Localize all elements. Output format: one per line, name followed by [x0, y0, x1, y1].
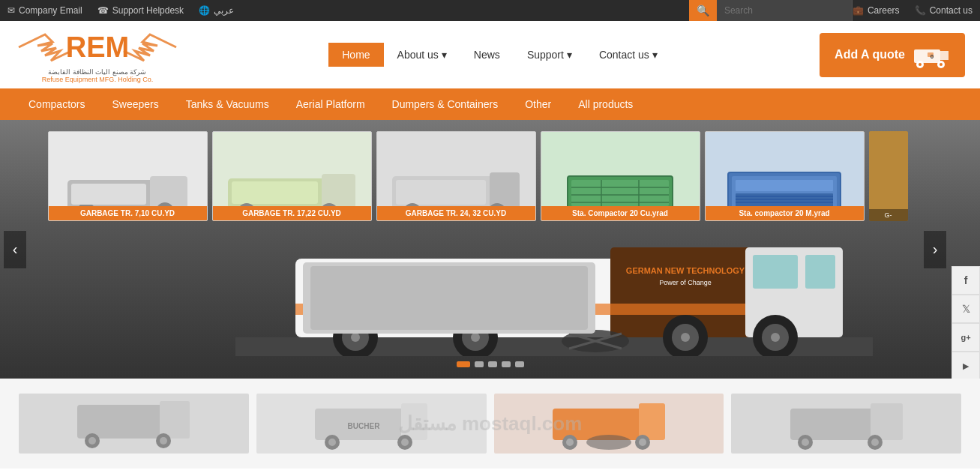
nav-home[interactable]: Home	[328, 43, 383, 67]
dot-4[interactable]	[502, 361, 511, 367]
svg-text:Power of Change: Power of Change	[659, 279, 712, 286]
product-label-3: GARBAGE TR. 24, 32 CU.YD	[377, 206, 535, 220]
svg-rect-79	[401, 403, 427, 440]
svg-text:0: 0	[931, 53, 934, 60]
dropdown-icon2: ▾	[567, 49, 572, 61]
product-card-partial[interactable]: G-	[869, 131, 908, 221]
support-label: Support Helpdesk	[112, 5, 184, 16]
dot-3[interactable]	[488, 361, 497, 367]
svg-rect-44	[232, 181, 318, 204]
arabic-link[interactable]: 🌐 عربي	[199, 5, 234, 16]
dot-1[interactable]	[457, 361, 470, 367]
product-card-3[interactable]: GARBAGE TR. 24, 32 CU.YD	[376, 131, 536, 221]
header: REM شركة مصنع اليات النظافة القابضة Refu…	[0, 21, 980, 88]
svg-point-82	[328, 439, 336, 446]
svg-text:REM: REM	[66, 31, 129, 63]
cat-aerial[interactable]: Aerial Platform	[283, 88, 379, 120]
google-plus-button[interactable]: g+	[952, 323, 980, 352]
email-icon: ✉	[7, 5, 15, 16]
svg-point-97	[871, 439, 879, 446]
svg-rect-86	[639, 403, 665, 440]
svg-rect-16	[805, 255, 835, 289]
svg-rect-34	[310, 266, 588, 330]
cat-dumpers[interactable]: Dumpers & Containers	[379, 88, 512, 120]
top-bar: ✉ Company Email ☎ Support Helpdesk 🌐 عرب…	[0, 0, 980, 21]
svg-point-22	[471, 333, 480, 342]
product-label-4: Sta. Compactor 20 Cu.yrad	[541, 206, 700, 220]
briefcase-icon: 💼	[853, 5, 864, 16]
svg-point-25	[681, 333, 690, 342]
nav-support[interactable]: Support ▾	[514, 43, 586, 67]
svg-point-77	[160, 437, 167, 445]
nav-contact[interactable]: Contact us ▾	[586, 43, 671, 67]
nav-news[interactable]: News	[460, 43, 514, 67]
svg-rect-41	[71, 184, 146, 205]
svg-point-4	[919, 63, 922, 66]
search-button[interactable]: 🔍	[689, 0, 717, 21]
cat-all-products[interactable]: All products	[565, 88, 646, 120]
product-card-5[interactable]: Sta. compactor 20 M.yrad	[705, 131, 865, 221]
support-link[interactable]: ☎ Support Helpdesk	[97, 5, 184, 16]
product-card-1[interactable]: GARBAGE TR. 7,10 CU.YD	[48, 131, 208, 221]
svg-marker-2	[940, 51, 949, 60]
hero-bg: GERMAN NEW TECHNOLOGY Power of Change	[0, 120, 980, 379]
nav-about[interactable]: About us ▾	[384, 43, 460, 67]
product-card-4[interactable]: Sta. Compactor 20 Cu.yrad	[541, 131, 700, 221]
dot-2[interactable]	[475, 361, 484, 367]
svg-point-6	[940, 63, 943, 66]
product-label-1: GARBAGE TR. 7,10 CU.YD	[49, 206, 207, 220]
hero-section: GERMAN NEW TECHNOLOGY Power of Change	[0, 120, 980, 379]
globe-icon: 🌐	[199, 5, 210, 16]
arabic-label: عربي	[214, 5, 234, 16]
careers-label: Careers	[868, 5, 900, 16]
youtube-button[interactable]: ▶	[952, 352, 980, 379]
svg-point-19	[351, 333, 360, 342]
svg-point-75	[88, 437, 96, 445]
logo-sub2: Refuse Equipment MFG. Holding Co.	[42, 76, 154, 83]
category-nav: Compactors Sweepers Tanks & Vacuums Aeri…	[0, 88, 980, 120]
svg-point-84	[401, 439, 409, 446]
prev-arrow[interactable]: ‹	[4, 231, 26, 268]
company-email-link[interactable]: ✉ Company Email	[7, 5, 82, 16]
bottom-card-4[interactable]	[731, 394, 961, 454]
bottom-card-2[interactable]: BUCHER	[256, 394, 487, 454]
add-quote-button[interactable]: Add A quote 0	[820, 33, 965, 77]
svg-point-88	[566, 439, 574, 446]
logo-area[interactable]: REM شركة مصنع اليات النظافة القابضة Refu…	[15, 27, 180, 83]
svg-rect-1	[914, 49, 940, 63]
cat-tanks[interactable]: Tanks & Vacuums	[172, 88, 283, 120]
product-label-5: Sta. compactor 20 M.yrad	[706, 206, 864, 220]
product-card-2[interactable]: GARBAGE TR. 17,22 CU.YD	[212, 131, 372, 221]
cat-compactors[interactable]: Compactors	[15, 88, 98, 120]
product-strip: GARBAGE TR. 7,10 CU.YD GARBAGE TR. 17,2	[48, 131, 933, 221]
next-arrow[interactable]: ›	[924, 231, 946, 268]
search-area: 🔍	[689, 0, 852, 21]
quote-label: Add A quote	[835, 48, 905, 61]
svg-point-91	[586, 435, 631, 450]
svg-rect-15	[753, 255, 798, 289]
truck-icon: 0	[913, 42, 950, 68]
cat-sweepers[interactable]: Sweepers	[98, 88, 172, 120]
svg-rect-93	[871, 403, 903, 440]
svg-rect-68	[736, 193, 833, 207]
contact-icon: 📞	[915, 5, 926, 16]
dropdown-icon: ▾	[442, 49, 447, 61]
logo-wings: REM	[15, 27, 180, 68]
bottom-card-1[interactable]	[19, 394, 249, 454]
svg-point-28	[771, 333, 780, 342]
dot-5[interactable]	[515, 361, 524, 367]
twitter-button[interactable]: 𝕏	[952, 295, 980, 323]
careers-link[interactable]: 💼 Careers	[853, 5, 900, 16]
svg-text:BUCHER: BUCHER	[348, 422, 381, 430]
top-bar-right: 💼 Careers 📞 Contact us	[853, 5, 973, 16]
svg-rect-51	[396, 180, 486, 205]
bottom-section: مستقل mostaql.com BUCHER	[0, 379, 980, 469]
contact-us-link[interactable]: 📞 Contact us	[915, 5, 973, 16]
social-sidebar: f 𝕏 g+ ▶ in ◎	[952, 266, 980, 379]
top-bar-left: ✉ Company Email ☎ Support Helpdesk 🌐 عرب…	[7, 5, 689, 16]
cat-other[interactable]: Other	[511, 88, 565, 120]
company-email-label: Company Email	[19, 5, 82, 16]
bottom-card-3[interactable]	[494, 394, 724, 454]
facebook-button[interactable]: f	[952, 266, 980, 295]
search-input[interactable]	[717, 5, 852, 16]
